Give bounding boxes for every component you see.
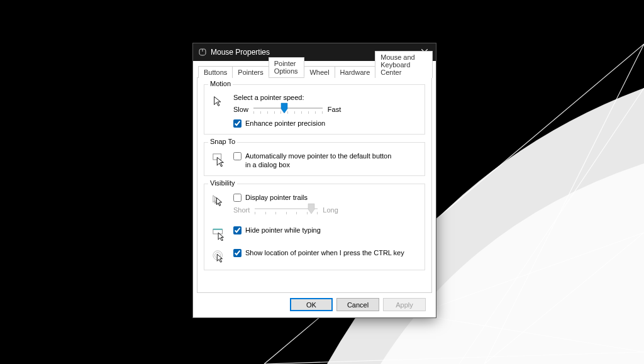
- mouse-icon: [198, 48, 207, 57]
- cancel-button[interactable]: Cancel: [336, 298, 379, 311]
- short-label: Short: [233, 206, 250, 214]
- svg-rect-5: [213, 229, 223, 234]
- tab-page-pointer-options: Motion Select a pointer speed: Slow: [197, 77, 432, 293]
- group-visibility-label: Visibility: [208, 179, 237, 187]
- cursor-speed-icon: [212, 95, 226, 109]
- hide-while-typing-checkbox[interactable]: Hide pointer while typing: [233, 226, 321, 234]
- tab-wheel[interactable]: Wheel: [304, 66, 335, 78]
- select-speed-label: Select a pointer speed:: [233, 94, 418, 101]
- tab-hardware[interactable]: Hardware: [335, 66, 376, 78]
- group-snap-to: Snap To Automatically move pointer to th…: [204, 142, 425, 176]
- tab-pointers[interactable]: Pointers: [232, 66, 269, 78]
- long-label: Long: [323, 206, 338, 214]
- tab-mouse-keyboard-center[interactable]: Mouse and Keyboard Center: [375, 51, 433, 78]
- enhance-precision-checkbox[interactable]: Enhance pointer precision: [233, 119, 418, 128]
- tab-strip: Buttons Pointers Pointer Options Wheel H…: [197, 63, 432, 77]
- tab-buttons[interactable]: Buttons: [198, 66, 233, 78]
- group-motion-label: Motion: [208, 80, 233, 87]
- slow-label: Slow: [233, 106, 248, 113]
- mouse-properties-dialog: Mouse Properties Buttons Pointers Pointe…: [192, 43, 436, 318]
- show-ctrl-location-checkbox[interactable]: Show location of pointer when I press th…: [233, 248, 404, 257]
- hide-typing-icon: [212, 227, 226, 241]
- display-trails-checkbox[interactable]: Display pointer trails: [233, 193, 418, 202]
- ok-button[interactable]: OK: [290, 298, 333, 311]
- group-snap-to-label: Snap To: [208, 138, 237, 145]
- trails-slider-row: Short Long: [233, 204, 418, 216]
- pointer-speed-slider[interactable]: [253, 104, 323, 115]
- auto-move-checkbox[interactable]: Automatically move pointer to the defaul…: [233, 152, 418, 169]
- group-visibility: Visibility: [204, 184, 425, 270]
- ctrl-locate-icon: [212, 250, 226, 263]
- trails-icon: [212, 194, 226, 208]
- trails-length-slider: [255, 204, 318, 216]
- dialog-buttons: OK Cancel Apply: [197, 293, 432, 317]
- apply-button: Apply: [383, 298, 426, 311]
- fast-label: Fast: [328, 106, 341, 113]
- group-motion: Motion Select a pointer speed: Slow: [204, 84, 425, 135]
- tab-pointer-options[interactable]: Pointer Options: [269, 57, 305, 77]
- snap-to-icon: [212, 153, 226, 167]
